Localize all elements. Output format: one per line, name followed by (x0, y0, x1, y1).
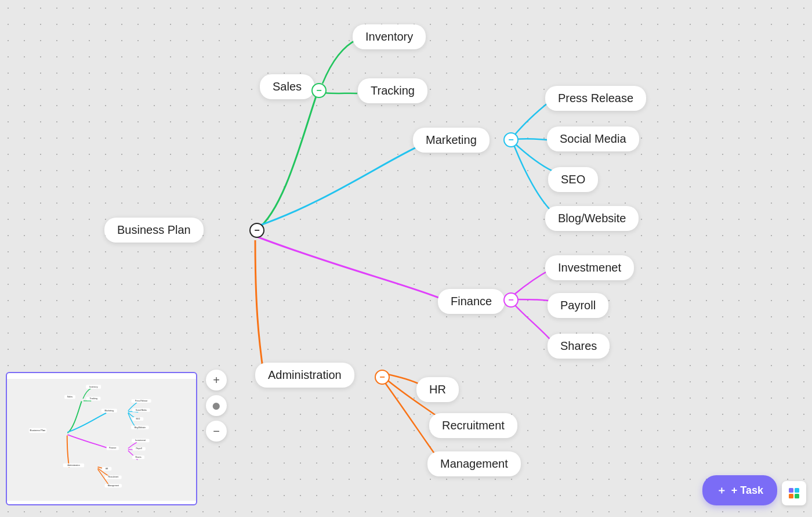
shares-node[interactable]: Shares (548, 334, 610, 359)
seo-node[interactable]: SEO (548, 167, 598, 192)
blog-website-node[interactable]: Blog/Website (545, 206, 639, 231)
minimap: Business Plan Sales Inventory Tracking M… (6, 372, 197, 505)
administration-node[interactable]: Administration (255, 363, 354, 388)
svg-rect-35 (789, 488, 793, 493)
svg-text:Press Release: Press Release (135, 400, 148, 402)
administration-circle[interactable]: − (375, 370, 390, 385)
svg-text:Blog/Website: Blog/Website (135, 426, 146, 429)
svg-rect-37 (789, 494, 793, 498)
svg-text:Social Media: Social Media (136, 409, 147, 411)
finance-circle[interactable]: − (503, 292, 519, 308)
sales-circle[interactable]: − (311, 83, 327, 98)
task-plus-icon: ＋ (716, 483, 727, 497)
add-task-button[interactable]: ＋ + Task (702, 475, 777, 505)
svg-rect-0 (7, 379, 197, 501)
svg-text:Sales: Sales (67, 396, 73, 398)
zoom-in-button[interactable]: + (206, 370, 227, 391)
sales-node[interactable]: Sales (260, 74, 314, 99)
zoom-reset-button[interactable]: ● (206, 395, 227, 416)
minimap-svg: Business Plan Sales Inventory Tracking M… (7, 373, 197, 505)
investment-node[interactable]: Investmenet (545, 255, 634, 280)
finance-node[interactable]: Finance (438, 289, 505, 314)
svg-text:SEO: SEO (136, 418, 140, 420)
svg-text:Marketing: Marketing (105, 410, 114, 412)
svg-text:Recruitment: Recruitment (108, 476, 118, 478)
svg-rect-36 (795, 488, 799, 493)
svg-text:Management: Management (108, 485, 119, 487)
zoom-out-button[interactable]: − (206, 421, 227, 442)
svg-text:Shares: Shares (135, 456, 142, 458)
svg-text:Inventory: Inventory (89, 386, 98, 388)
hr-node[interactable]: HR (416, 377, 459, 402)
grid-icon (788, 487, 800, 500)
task-label: + Task (731, 485, 763, 497)
svg-rect-38 (795, 494, 799, 498)
svg-text:Payroll: Payroll (136, 447, 142, 450)
marketing-node[interactable]: Marketing (413, 128, 490, 153)
svg-text:Business Plan: Business Plan (30, 429, 46, 432)
social-media-node[interactable]: Social Media (547, 126, 639, 151)
business-plan-circle[interactable]: − (249, 223, 264, 238)
tracking-node[interactable]: Tracking (358, 78, 427, 103)
zoom-controls: + ● − (206, 370, 227, 442)
recruitment-node[interactable]: Recruitment (429, 413, 517, 438)
management-node[interactable]: Management (427, 451, 521, 476)
svg-text:HR: HR (106, 468, 108, 470)
svg-text:Finance: Finance (109, 447, 117, 449)
marketing-circle[interactable]: − (503, 132, 519, 147)
payroll-node[interactable]: Payroll (548, 293, 608, 318)
svg-text:Investmenet: Investmenet (135, 439, 146, 442)
svg-text:Administration: Administration (68, 464, 80, 467)
svg-text:Tracking: Tracking (90, 397, 97, 400)
inventory-node[interactable]: Inventory (353, 24, 426, 49)
business-plan-node[interactable]: Business Plan (104, 218, 204, 243)
press-release-node[interactable]: Press Release (545, 86, 646, 111)
grid-view-button[interactable] (782, 481, 806, 505)
